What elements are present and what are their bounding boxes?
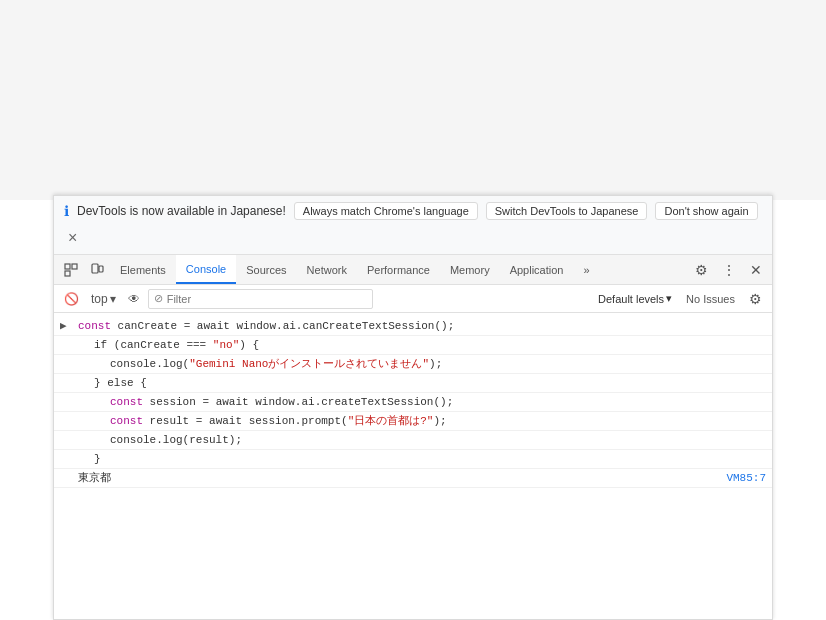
svg-rect-1 — [72, 264, 77, 269]
tab-performance[interactable]: Performance — [357, 255, 440, 284]
console-code-1: const canCreate = await window.ai.canCre… — [78, 318, 766, 334]
device-icon — [90, 263, 104, 277]
always-match-button[interactable]: Always match Chrome's language — [294, 202, 478, 220]
console-result-line: 東京都 VM85:7 — [54, 469, 772, 488]
console-line-3: console.log("Gemini Nanoがインストールされていません")… — [54, 355, 772, 374]
no-issues-button[interactable]: No Issues — [680, 291, 741, 307]
console-code-3: console.log("Gemini Nanoがインストールされていません")… — [78, 356, 766, 372]
tab-application[interactable]: Application — [500, 255, 574, 284]
console-code-6: const result = await session.prompt("日本の… — [78, 413, 766, 429]
eye-filter-button[interactable]: 👁 — [124, 290, 144, 308]
default-levels-label: Default levels — [598, 293, 664, 305]
console-code-8: } — [78, 451, 766, 467]
console-line-6: const result = await session.prompt("日本の… — [54, 412, 772, 431]
info-message: DevTools is now available in Japanese! — [77, 204, 286, 218]
svg-rect-0 — [65, 264, 70, 269]
file-link[interactable]: VM85:7 — [726, 470, 766, 486]
console-code-2: if (canCreate === "no") { — [78, 337, 766, 353]
device-icon-button[interactable] — [84, 259, 110, 281]
clear-console-button[interactable]: 🚫 — [60, 290, 83, 308]
inspect-icon-button[interactable] — [58, 259, 84, 281]
switch-devtools-button[interactable]: Switch DevTools to Japanese — [486, 202, 648, 220]
infobar-close-button[interactable]: × — [64, 228, 81, 248]
devtools-tabs: Elements Console Sources Network Perform… — [54, 255, 772, 285]
console-line-2: if (canCreate === "no") { — [54, 336, 772, 355]
svg-rect-3 — [92, 264, 98, 273]
tab-memory[interactable]: Memory — [440, 255, 500, 284]
svg-rect-4 — [99, 266, 103, 272]
levels-dropdown-icon: ▾ — [666, 292, 672, 305]
console-code-5: const session = await window.ai.createTe… — [78, 394, 766, 410]
top-context-button[interactable]: top ▾ — [87, 290, 120, 308]
console-code-4: } else { — [78, 375, 766, 391]
console-toolbar: 🚫 top ▾ 👁 ⊘ Default levels ▾ No Issues ⚙ — [54, 285, 772, 313]
dont-show-again-button[interactable]: Don't show again — [655, 202, 757, 220]
result-text: 東京都 — [78, 470, 111, 486]
filter-icon: ⊘ — [154, 292, 163, 305]
console-line-4: } else { — [54, 374, 772, 393]
console-code-7: console.log(result); — [78, 432, 766, 448]
tab-elements[interactable]: Elements — [110, 255, 176, 284]
no-issues-label: No Issues — [686, 293, 735, 305]
top-context-label: top — [91, 292, 108, 306]
console-line-1: ▶ const canCreate = await window.ai.canC… — [54, 317, 772, 336]
more-tabs-button[interactable]: » — [573, 255, 599, 284]
info-icon: ℹ — [64, 203, 69, 219]
filter-input[interactable] — [167, 293, 367, 305]
tab-icons: ⚙ ⋮ ✕ — [689, 258, 768, 282]
settings-button[interactable]: ⚙ — [689, 258, 714, 282]
svg-rect-2 — [65, 271, 70, 276]
tab-console[interactable]: Console — [176, 255, 236, 284]
console-content: ▶ const canCreate = await window.ai.canC… — [54, 313, 772, 492]
tab-sources[interactable]: Sources — [236, 255, 296, 284]
more-options-button[interactable]: ⋮ — [716, 258, 742, 282]
context-dropdown-icon: ▾ — [110, 292, 116, 306]
input-arrow: ▶ — [60, 318, 67, 334]
filter-input-wrapper: ⊘ — [148, 289, 373, 309]
close-devtools-button[interactable]: ✕ — [744, 258, 768, 282]
console-line-8: } — [54, 450, 772, 469]
console-line-5: const session = await window.ai.createTe… — [54, 393, 772, 412]
tab-network[interactable]: Network — [297, 255, 357, 284]
console-line-7: console.log(result); — [54, 431, 772, 450]
info-bar: ℹ DevTools is now available in Japanese!… — [54, 196, 772, 255]
inspect-icon — [64, 263, 78, 277]
info-bar-content: ℹ DevTools is now available in Japanese!… — [64, 202, 758, 220]
devtools-panel: ℹ DevTools is now available in Japanese!… — [53, 195, 773, 620]
console-settings-button[interactable]: ⚙ — [745, 289, 766, 309]
default-levels-button[interactable]: Default levels ▾ — [594, 290, 676, 307]
